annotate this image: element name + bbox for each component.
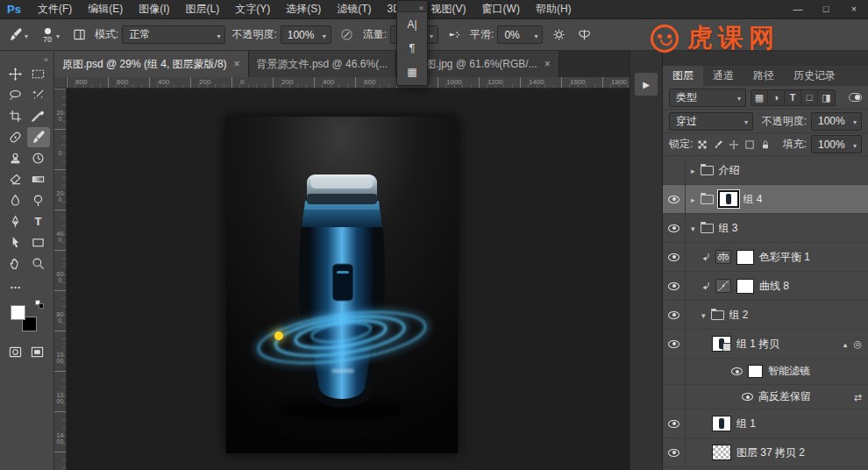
lock-all-icon[interactable] bbox=[760, 139, 771, 150]
glyphs-panel-button[interactable] bbox=[397, 60, 427, 83]
zoom-tool[interactable] bbox=[27, 253, 50, 274]
layer-row-group4[interactable]: 组 4 bbox=[663, 185, 868, 214]
menu-help[interactable]: 帮助(H) bbox=[528, 0, 580, 18]
pressure-opacity-button[interactable] bbox=[338, 25, 357, 45]
layer-row-group1-copy[interactable]: 组 1 拷贝 bbox=[663, 330, 868, 359]
paint-symmetry-button[interactable] bbox=[574, 25, 594, 45]
smoothing-options-button[interactable] bbox=[549, 25, 568, 45]
layer-row-high-pass[interactable]: 高反差保留 bbox=[663, 385, 868, 409]
move-tool[interactable] bbox=[4, 64, 27, 84]
gradient-tool[interactable] bbox=[27, 169, 50, 189]
disclosure-triangle-icon[interactable] bbox=[691, 164, 695, 176]
canvas[interactable] bbox=[67, 89, 630, 470]
curves-adjustment-icon[interactable] bbox=[715, 279, 731, 293]
minimize-button[interactable]: — bbox=[784, 0, 812, 18]
layer-opacity-select[interactable]: 100% bbox=[811, 112, 862, 131]
layer-row-group1[interactable]: 组 1 bbox=[663, 409, 868, 438]
screen-mode-button[interactable] bbox=[31, 345, 44, 361]
visibility-toggle[interactable] bbox=[663, 185, 686, 213]
visibility-toggle[interactable] bbox=[663, 301, 686, 329]
crop-tool[interactable] bbox=[4, 106, 27, 126]
smart-filter-mask-thumbnail[interactable] bbox=[748, 365, 763, 378]
visibility-toggle[interactable] bbox=[663, 243, 686, 271]
tab-close-icon[interactable]: × bbox=[234, 58, 240, 70]
visibility-toggle[interactable] bbox=[663, 385, 686, 409]
tab-channels[interactable]: 通道 bbox=[703, 66, 743, 86]
layer-blend-mode-select[interactable]: 穿过 bbox=[669, 112, 753, 131]
tools-collapse-header[interactable] bbox=[0, 51, 53, 64]
layer-mask-thumbnail[interactable] bbox=[736, 279, 754, 294]
layer-row-color-balance[interactable]: 色彩平衡 1 bbox=[663, 243, 868, 272]
character-panel-button[interactable] bbox=[397, 12, 427, 36]
layer-row-jieshao[interactable]: 介绍 bbox=[663, 156, 868, 185]
visibility-toggle[interactable] bbox=[663, 438, 686, 466]
path-select-tool[interactable] bbox=[4, 232, 27, 253]
lock-position-icon[interactable] bbox=[729, 139, 739, 150]
visibility-toggle[interactable] bbox=[663, 359, 686, 384]
brush-tool[interactable] bbox=[27, 127, 50, 147]
airbrush-button[interactable] bbox=[445, 25, 464, 45]
lock-transparency-icon[interactable] bbox=[697, 139, 708, 150]
layer-mask-thumbnail[interactable] bbox=[719, 191, 738, 207]
layer-row-group2[interactable]: 组 2 bbox=[663, 301, 868, 330]
history-brush-tool[interactable] bbox=[27, 148, 50, 168]
menu-window[interactable]: 窗口(W) bbox=[474, 0, 528, 18]
document-tab-background-source[interactable]: 背景源文件.psd @ 46.6%(... bbox=[249, 51, 397, 77]
type-tool[interactable] bbox=[27, 211, 50, 231]
marquee-tool[interactable] bbox=[27, 64, 50, 84]
menu-type[interactable]: 文字(Y) bbox=[227, 0, 278, 18]
maximize-button[interactable]: □ bbox=[812, 0, 840, 18]
shape-tool[interactable] bbox=[27, 232, 50, 253]
visibility-toggle[interactable] bbox=[663, 330, 686, 358]
filter-pixel-layers-icon[interactable] bbox=[751, 90, 768, 105]
filter-smart-objects-icon[interactable] bbox=[818, 90, 835, 105]
quick-mask-button[interactable] bbox=[9, 345, 22, 361]
filter-adjustment-layers-icon[interactable] bbox=[768, 90, 785, 105]
paragraph-panel-button[interactable] bbox=[397, 36, 427, 60]
clone-stamp-tool[interactable] bbox=[4, 148, 27, 168]
tool-preset-picker[interactable] bbox=[5, 24, 32, 46]
disclosure-triangle-icon[interactable] bbox=[691, 193, 695, 205]
collapse-effects-icon[interactable] bbox=[843, 338, 848, 350]
layer-row-curves[interactable]: 曲线 8 bbox=[663, 272, 868, 301]
eye-icon[interactable] bbox=[742, 393, 753, 401]
blend-mode-select[interactable]: 正常 bbox=[122, 25, 225, 44]
filter-kind-select[interactable]: 类型 bbox=[669, 89, 746, 107]
eye-icon[interactable] bbox=[731, 367, 743, 375]
hand-tool[interactable] bbox=[4, 253, 27, 274]
photoshop-logo[interactable]: Ps bbox=[0, 3, 30, 16]
lasso-tool[interactable] bbox=[4, 85, 27, 105]
layer-thumbnail[interactable] bbox=[712, 445, 731, 460]
pen-tool[interactable] bbox=[4, 211, 27, 231]
layer-row-smart-filters[interactable]: 智能滤镜 bbox=[663, 359, 868, 385]
tab-layers[interactable]: 图层 bbox=[663, 66, 703, 86]
fill-select[interactable]: 100% bbox=[811, 135, 862, 153]
filter-type-layers-icon[interactable] bbox=[785, 90, 801, 105]
layer-thumbnail[interactable] bbox=[712, 416, 731, 431]
visibility-toggle[interactable] bbox=[663, 214, 686, 242]
disclosure-triangle-icon[interactable] bbox=[691, 222, 695, 234]
dodge-tool[interactable] bbox=[27, 190, 50, 210]
layer-mask-thumbnail[interactable] bbox=[736, 250, 754, 265]
menu-select[interactable]: 选择(S) bbox=[278, 0, 329, 18]
menu-edit[interactable]: 编辑(E) bbox=[80, 0, 131, 18]
collapse-panel-header[interactable] bbox=[397, 1, 427, 12]
color-balance-adjustment-icon[interactable] bbox=[715, 250, 731, 264]
menu-view[interactable]: 视图(V) bbox=[423, 0, 474, 18]
layer-filter-toggle[interactable] bbox=[849, 93, 862, 102]
menu-file[interactable]: 文件(F) bbox=[30, 0, 80, 18]
lock-pixels-icon[interactable] bbox=[713, 139, 723, 150]
healing-brush-tool[interactable] bbox=[4, 127, 27, 147]
brush-size-picker[interactable]: 70 bbox=[38, 24, 63, 46]
expand-panels-button[interactable] bbox=[635, 73, 658, 96]
edit-toolbar-button[interactable] bbox=[4, 274, 27, 295]
layer-row-group3[interactable]: 组 3 bbox=[663, 214, 868, 243]
menu-image[interactable]: 图像(I) bbox=[131, 0, 177, 18]
filter-shape-layers-icon[interactable] bbox=[801, 90, 818, 105]
tab-paths[interactable]: 路径 bbox=[743, 66, 784, 86]
disclosure-triangle-icon[interactable] bbox=[701, 309, 706, 321]
brush-panel-toggle-button[interactable] bbox=[69, 25, 89, 45]
document-tab-original[interactable]: 原图.psd @ 29% (组 4, 图层蒙版/8) × bbox=[54, 51, 249, 77]
magic-wand-tool[interactable] bbox=[27, 85, 50, 105]
opacity-select[interactable]: 100% bbox=[281, 25, 331, 44]
